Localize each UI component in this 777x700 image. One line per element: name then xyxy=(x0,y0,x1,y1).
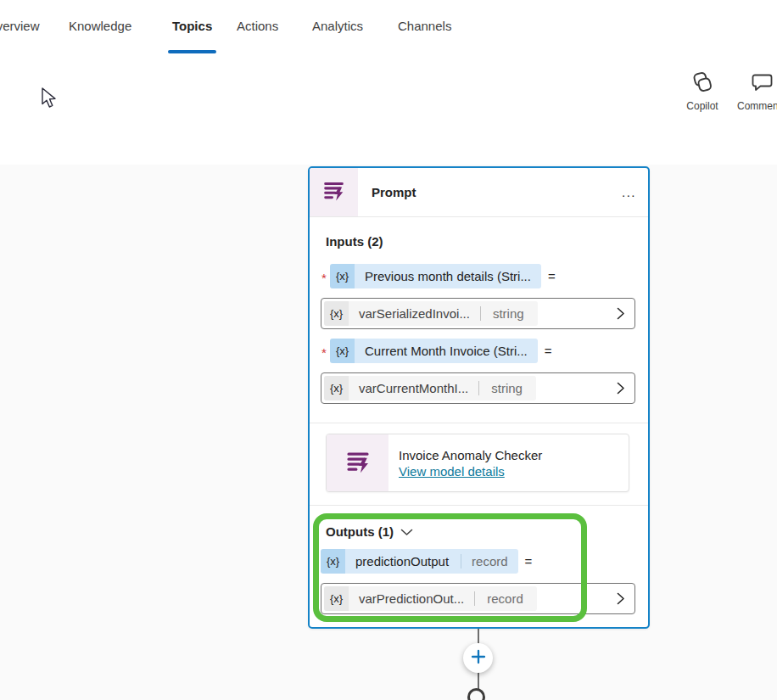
tab-analytics-label: Analytics xyxy=(312,19,363,33)
input-row: * {x} Current Month Invoice (Stri... = xyxy=(318,338,552,363)
input-row: * {x} Previous month details (Stri... = xyxy=(318,263,556,288)
input-value-box[interactable]: {x} varCurrentMonthI... string xyxy=(321,372,635,404)
variable-type: record xyxy=(475,591,537,606)
variable-icon: {x} xyxy=(324,376,349,400)
variable-type: string xyxy=(479,381,536,395)
tab-actions[interactable]: Actions xyxy=(237,19,278,33)
top-navigation: Overview Knowledge Topics Actions Analyt… xyxy=(0,0,777,62)
add-node-button[interactable] xyxy=(463,643,493,673)
output-name-label: predictionOutput xyxy=(355,554,449,568)
prompt-node-card[interactable]: Prompt ... Inputs (2) * {x} Previous mon… xyxy=(308,166,650,629)
variable-value: varPredictionOut... xyxy=(349,591,474,606)
tab-channels[interactable]: Channels xyxy=(398,19,451,33)
copilot-button[interactable]: Copilot xyxy=(679,71,725,112)
variable-icon: {x} xyxy=(330,339,355,363)
inputs-section-header: Inputs (2) xyxy=(326,234,383,249)
output-value-box[interactable]: {x} varPredictionOut... record xyxy=(321,583,635,614)
tab-actions-label: Actions xyxy=(237,19,278,33)
tab-overview-label: Overview xyxy=(0,19,40,33)
variable-icon: {x} xyxy=(324,586,349,611)
connector-line xyxy=(478,671,479,690)
outputs-section-header[interactable]: Outputs (1) xyxy=(326,524,413,539)
input-name-label: Current Month Invoice (Stri... xyxy=(355,339,538,363)
chevron-down-icon[interactable] xyxy=(400,527,413,536)
ai-prompt-icon xyxy=(322,179,345,205)
prompt-node-header: Prompt ... xyxy=(310,168,648,216)
input-name-label: Previous month details (Stri... xyxy=(355,264,541,288)
model-card: Invoice Anomaly Checker View model detai… xyxy=(326,434,629,492)
ai-prompt-icon xyxy=(345,449,371,478)
section-divider xyxy=(310,423,648,423)
variable-icon: {x} xyxy=(321,549,345,574)
input-name-chip[interactable]: {x} Current Month Invoice (Stri... xyxy=(330,339,538,363)
required-marker: * xyxy=(318,267,330,285)
equals-sign: = xyxy=(525,554,533,568)
variable-pill: {x} varCurrentMonthI... string xyxy=(324,376,536,400)
tab-overview[interactable]: Overview xyxy=(0,19,40,33)
tab-topics[interactable]: Topics xyxy=(172,19,212,33)
tab-channels-label: Channels xyxy=(398,19,451,33)
header-divider xyxy=(310,216,648,217)
comments-button[interactable]: Comments xyxy=(737,71,777,112)
output-name-chip[interactable]: {x} predictionOutput record xyxy=(321,549,518,574)
model-name: Invoice Anomaly Checker xyxy=(399,448,542,462)
topic-toolbar: Copilot Comments xyxy=(0,61,777,123)
connector-line xyxy=(478,627,479,644)
chevron-right-icon[interactable] xyxy=(616,592,625,605)
variable-icon: {x} xyxy=(330,264,355,288)
tab-topics-label: Topics xyxy=(172,19,212,33)
plus-icon xyxy=(471,649,486,668)
output-row: {x} predictionOutput record = xyxy=(321,548,532,574)
variable-type: string xyxy=(481,306,538,321)
comments-label: Comments xyxy=(737,100,777,112)
node-title: Prompt xyxy=(372,185,416,199)
input-value-box[interactable]: {x} varSerializedInvoi... string xyxy=(321,298,635,329)
comments-icon xyxy=(751,71,774,97)
model-icon-tile xyxy=(327,434,388,491)
variable-value: varCurrentMonthI... xyxy=(349,381,478,395)
view-model-details-link[interactable]: View model details xyxy=(399,464,542,479)
chevron-right-icon[interactable] xyxy=(616,382,625,395)
tab-knowledge-label: Knowledge xyxy=(69,19,131,33)
prompt-icon-tile xyxy=(310,168,358,216)
equals-sign: = xyxy=(545,344,552,358)
outputs-header-label: Outputs (1) xyxy=(326,524,394,539)
equals-sign: = xyxy=(548,269,556,283)
variable-value: varSerializedInvoi... xyxy=(349,306,480,321)
more-menu-icon[interactable]: ... xyxy=(622,188,636,197)
copilot-label: Copilot xyxy=(686,100,718,112)
inputs-header-label: Inputs (2) xyxy=(326,234,383,249)
chevron-right-icon[interactable] xyxy=(616,307,625,320)
input-name-chip[interactable]: {x} Previous month details (Stri... xyxy=(330,264,541,288)
variable-pill: {x} varSerializedInvoi... string xyxy=(324,301,538,326)
section-divider xyxy=(310,505,648,506)
output-type: record xyxy=(461,554,508,568)
topic-header-strip xyxy=(0,122,777,165)
active-tab-underline xyxy=(168,50,216,53)
connector-end-node xyxy=(467,688,485,700)
tab-knowledge[interactable]: Knowledge xyxy=(69,19,131,33)
variable-pill: {x} varPredictionOut... record xyxy=(324,586,537,611)
variable-icon: {x} xyxy=(324,301,349,326)
required-marker: * xyxy=(318,342,330,360)
authoring-canvas[interactable]: Prompt ... Inputs (2) * {x} Previous mon… xyxy=(0,165,777,700)
tab-analytics[interactable]: Analytics xyxy=(312,19,363,33)
copilot-icon xyxy=(690,71,714,97)
